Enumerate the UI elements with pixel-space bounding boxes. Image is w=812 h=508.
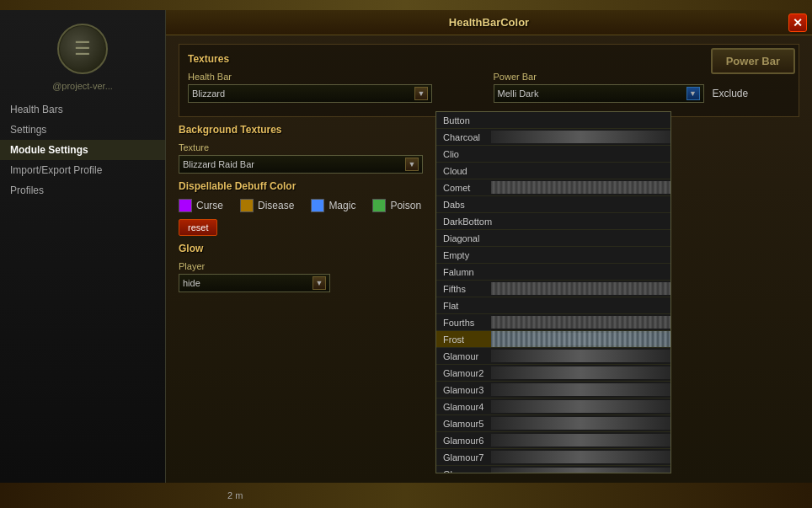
power-bar-dropdown[interactable]: Melli Dark ▼ [494, 84, 704, 103]
health-bar-label: Health Bar [188, 72, 485, 82]
dropdown-item[interactable]: Cloud [436, 163, 670, 179]
close-button[interactable]: ✕ [788, 13, 807, 32]
reset-button[interactable]: reset [179, 219, 217, 236]
main-panel: HealthBarColor ✕ Power Bar Textures Heal… [166, 10, 812, 483]
health-bar-dropdown-arrow[interactable]: ▼ [414, 87, 428, 100]
debuff-poison: Poison [372, 199, 421, 212]
project-version: @project-ver... [0, 81, 165, 91]
sidebar-item-settings[interactable]: Settings [0, 120, 165, 140]
bottom-bar: 2 m [0, 483, 812, 508]
sidebar-item-module-settings[interactable]: Module Settings [0, 140, 165, 160]
dropdown-item[interactable]: Glamour5 [436, 415, 670, 432]
dropdown-item[interactable]: Empty [436, 247, 670, 264]
disease-swatch[interactable] [240, 199, 254, 212]
sidebar-item-health-bars[interactable]: Health Bars [0, 99, 165, 120]
magic-swatch[interactable] [311, 199, 324, 212]
dropdown-item[interactable]: Fifths [436, 281, 670, 297]
texture-value: Blizzard Raid Bar [183, 159, 254, 169]
sidebar-item-profiles[interactable]: Profiles [0, 180, 165, 201]
dropdown-item[interactable]: Fourths [436, 314, 670, 331]
dropdown-item[interactable]: Button [436, 112, 670, 129]
dropdown-item[interactable]: Glamour2 [436, 365, 670, 382]
dropdown-item[interactable]: Diagonal [436, 230, 670, 247]
title-bar: HealthBarColor ✕ [166, 10, 812, 35]
dropdown-item[interactable]: DarkBottom [436, 213, 670, 230]
dropdown-item[interactable]: Glamour3 [436, 382, 670, 398]
debuff-disease: Disease [240, 199, 294, 212]
power-bar-value: Melli Dark [498, 88, 539, 99]
exclude-button[interactable]: Exclude [713, 88, 749, 99]
sidebar-navigation: Health Bars Settings Module Settings Imp… [0, 99, 165, 201]
curse-swatch[interactable] [179, 199, 192, 212]
window-title: HealthBarColor [449, 16, 529, 29]
dropdown-item[interactable]: Glass [436, 466, 670, 473]
debuff-curse: Curse [179, 199, 223, 212]
poison-swatch[interactable] [372, 199, 386, 212]
dropdown-item[interactable]: Charcoal [436, 129, 670, 146]
dropdown-item[interactable]: Comet [436, 179, 670, 196]
texture-row: Health Bar Blizzard ▼ Power Bar Melli Da… [188, 72, 790, 103]
top-decorative-bar [0, 0, 812, 10]
poison-label: Poison [390, 200, 421, 211]
sidebar: ☰ @project-ver... Health Bars Settings M… [0, 10, 166, 483]
power-bar-field: Power Bar Melli Dark ▼ Exclude [494, 72, 791, 103]
curse-label: Curse [196, 200, 223, 211]
dropdown-item[interactable]: Flat [436, 297, 670, 314]
logo-icon: ☰ [74, 38, 91, 60]
distance-label: 2 m [227, 490, 243, 500]
dropdown-item[interactable]: Frost [436, 331, 670, 348]
debuff-magic: Magic [311, 199, 355, 212]
textures-label: Textures [188, 53, 790, 65]
player-glow-arrow[interactable]: ▼ [313, 276, 326, 290]
health-bar-value: Blizzard [192, 88, 225, 99]
sidebar-logo[interactable]: ☰ [57, 24, 108, 74]
texture-dropdown[interactable]: Blizzard Raid Bar ▼ [179, 155, 423, 174]
power-bar-label: Power Bar [494, 72, 791, 82]
player-glow-dropdown[interactable]: hide ▼ [179, 274, 330, 292]
dropdown-item[interactable]: Glamour [436, 348, 670, 365]
power-bar-dropdown-arrow[interactable]: ▼ [686, 87, 700, 100]
health-bar-field: Health Bar Blizzard ▼ [188, 72, 485, 103]
disease-label: Disease [258, 200, 294, 211]
dropdown-item[interactable]: Clio [436, 146, 670, 163]
texture-dropdown-arrow[interactable]: ▼ [405, 158, 419, 171]
dropdown-item[interactable]: Glamour4 [436, 398, 670, 415]
dropdown-item[interactable]: Falumn [436, 264, 670, 281]
sidebar-item-import-export[interactable]: Import/Export Profile [0, 160, 165, 180]
magic-label: Magic [329, 200, 355, 211]
health-bar-dropdown[interactable]: Blizzard ▼ [188, 84, 432, 103]
dropdown-item[interactable]: Glamour7 [436, 449, 670, 466]
player-glow-value: hide [183, 278, 200, 288]
textures-section: Textures Health Bar Blizzard ▼ Power Bar… [179, 44, 799, 117]
texture-dropdown-list: ButtonCharcoalClioCloudCometDabsDarkBott… [435, 111, 671, 473]
dropdown-item[interactable]: Glamour6 [436, 432, 670, 449]
dropdown-item[interactable]: Dabs [436, 196, 670, 213]
